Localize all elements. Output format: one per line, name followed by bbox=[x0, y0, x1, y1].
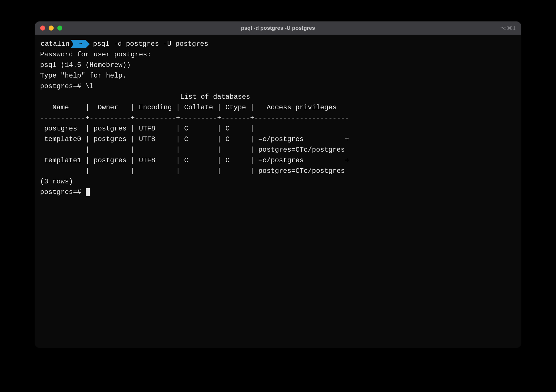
table-title: List of databases bbox=[40, 92, 516, 102]
output-line: Type "help" for help. bbox=[40, 70, 516, 81]
traffic-lights bbox=[40, 25, 62, 31]
terminal-content[interactable]: catalin ~ psql -d postgres -U postgres P… bbox=[35, 35, 521, 203]
terminal-window: psql -d postgres -U postgres ⌥⌘1 catalin… bbox=[35, 21, 521, 348]
table-row: template0 | postgres | UTF8 | C | C | =c… bbox=[40, 134, 516, 144]
table-separator: -----------+----------+----------+------… bbox=[40, 113, 516, 123]
window-title: psql -d postgres -U postgres bbox=[35, 25, 521, 31]
cursor-icon bbox=[86, 188, 90, 196]
table-row: template1 | postgres | UTF8 | C | C | =c… bbox=[40, 155, 516, 166]
output-line: Password for user postgres: bbox=[40, 49, 516, 60]
table-header: Name | Owner | Encoding | Collate | Ctyp… bbox=[40, 102, 516, 113]
titlebar[interactable]: psql -d postgres -U postgres ⌥⌘1 bbox=[35, 21, 521, 35]
table-row: | | | | | postgres=CTc/postgres bbox=[40, 166, 516, 176]
active-prompt-line[interactable]: postgres=# bbox=[40, 187, 516, 197]
minimize-icon[interactable] bbox=[49, 25, 54, 31]
row-count: (3 rows) bbox=[40, 176, 516, 187]
window-shortcut: ⌥⌘1 bbox=[500, 25, 516, 31]
zoom-icon[interactable] bbox=[57, 25, 62, 31]
prompt-dir-chevron: ~ bbox=[74, 40, 86, 48]
prompt-user: catalin bbox=[40, 39, 74, 49]
output-line: psql (14.5 (Homebrew)) bbox=[40, 60, 516, 70]
output-line: postgres=# \l bbox=[40, 81, 516, 92]
prompt-command: psql -d postgres -U postgres bbox=[93, 39, 208, 49]
prompt-line: catalin ~ psql -d postgres -U postgres bbox=[40, 39, 516, 49]
close-icon[interactable] bbox=[40, 25, 45, 31]
active-prompt: postgres=# bbox=[40, 187, 85, 197]
table-row: | | | | | postgres=CTc/postgres bbox=[40, 144, 516, 155]
table-row: postgres | postgres | UTF8 | C | C | bbox=[40, 123, 516, 134]
prompt-dir: ~ bbox=[79, 39, 83, 49]
